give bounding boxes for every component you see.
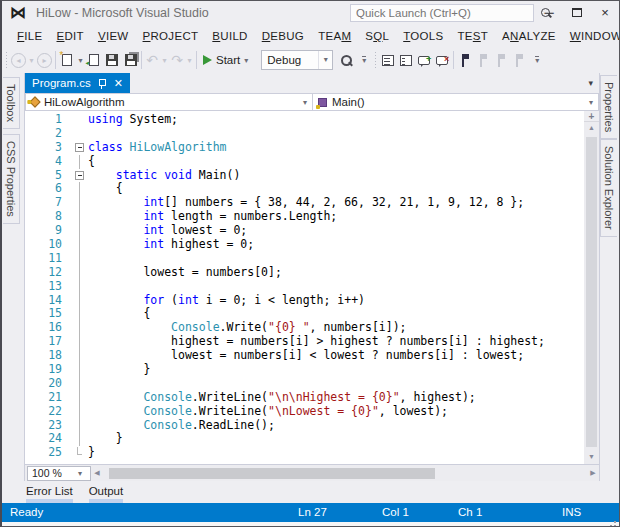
splitter-handle[interactable]: + bbox=[584, 111, 599, 122]
toolbar-options-icon[interactable]: ▾ bbox=[528, 49, 546, 71]
code-editor[interactable]: 1using System;23class HiLowAlgorithm4{5 … bbox=[25, 111, 584, 464]
new-file-dropdown-icon[interactable]: ▾ bbox=[76, 49, 85, 71]
toolbar-overflow-icon[interactable]: ▾ bbox=[355, 49, 373, 71]
line-number[interactable]: 22 bbox=[25, 405, 71, 419]
line-number[interactable]: 20 bbox=[25, 377, 71, 391]
fold-collapse-icon[interactable] bbox=[71, 141, 88, 155]
type-dropdown[interactable]: HiLowAlgorithm ▾ bbox=[26, 94, 313, 110]
pin-icon[interactable] bbox=[98, 78, 107, 89]
fold-margin bbox=[71, 280, 88, 294]
panel-tab-error-list[interactable]: Error List bbox=[26, 485, 73, 499]
tab-list-dropdown-icon[interactable]: ▾ bbox=[588, 78, 593, 88]
line-number[interactable]: 9 bbox=[25, 224, 71, 238]
save-all-icon[interactable] bbox=[121, 49, 139, 71]
next-bookmark-icon[interactable] bbox=[492, 49, 510, 71]
menu-item-view[interactable]: VIEW bbox=[91, 27, 136, 45]
menu-item-debug[interactable]: DEBUG bbox=[255, 27, 311, 45]
line-number[interactable]: 3 bbox=[25, 141, 71, 155]
menu-item-team[interactable]: TEAM bbox=[311, 27, 358, 45]
toggle-bookmark-icon[interactable] bbox=[456, 49, 474, 71]
line-number[interactable]: 18 bbox=[25, 349, 71, 363]
line-number[interactable]: 5 bbox=[25, 169, 71, 183]
previous-bookmark-icon[interactable] bbox=[474, 49, 492, 71]
scrollbar-thumb[interactable] bbox=[109, 468, 435, 479]
line-number[interactable]: 8 bbox=[25, 210, 71, 224]
save-icon[interactable] bbox=[103, 49, 121, 71]
title-bar: ⋈ HiLow - Microsoft Visual Studio ─ × bbox=[2, 1, 619, 25]
zoom-combobox[interactable]: 100 % ▾ bbox=[27, 466, 91, 481]
redo-icon: ↷ bbox=[169, 49, 185, 71]
code-line: 3class HiLowAlgorithm bbox=[25, 141, 584, 155]
code-line: 1using System; bbox=[25, 113, 584, 127]
line-number[interactable]: 21 bbox=[25, 391, 71, 405]
quick-launch-input[interactable] bbox=[350, 4, 534, 22]
find-in-files-icon[interactable] bbox=[337, 49, 355, 71]
menu-item-analyze[interactable]: ANALYZE bbox=[495, 27, 563, 45]
scroll-left-icon[interactable]: ◀ bbox=[91, 469, 103, 477]
panel-tab-solution-explorer[interactable]: Solution Explorer bbox=[600, 139, 617, 237]
line-number[interactable]: 7 bbox=[25, 196, 71, 210]
chevron-down-icon[interactable]: ▾ bbox=[589, 98, 593, 107]
scrollbar-thumb[interactable] bbox=[586, 137, 597, 447]
add-comment-icon[interactable]: + bbox=[415, 49, 433, 71]
delete-comment-icon[interactable]: × bbox=[433, 49, 451, 71]
new-file-icon[interactable] bbox=[58, 49, 76, 71]
start-button[interactable]: Start▾ bbox=[199, 49, 257, 71]
line-number[interactable]: 13 bbox=[25, 280, 71, 294]
line-number[interactable]: 4 bbox=[25, 155, 71, 169]
tab-program-cs[interactable]: Program.cs ✕ bbox=[25, 73, 130, 93]
panel-tab-css-properties[interactable]: CSS Properties bbox=[3, 134, 20, 224]
panel-tab-output[interactable]: Output bbox=[89, 485, 124, 499]
menu-item-project[interactable]: PROJECT bbox=[136, 27, 206, 45]
line-number[interactable]: 14 bbox=[25, 294, 71, 308]
line-number[interactable]: 11 bbox=[25, 252, 71, 266]
chevron-down-icon[interactable]: ▾ bbox=[78, 469, 86, 478]
fold-margin bbox=[71, 419, 88, 433]
clear-bookmarks-icon[interactable] bbox=[510, 49, 528, 71]
menu-item-tools[interactable]: TOOLS bbox=[396, 27, 450, 45]
add-item-icon[interactable] bbox=[85, 49, 103, 71]
debug-target-combobox[interactable]: Debug▾ bbox=[261, 50, 333, 70]
panel-tab-toolbox[interactable]: Toolbox bbox=[3, 77, 20, 129]
line-number[interactable]: 17 bbox=[25, 335, 71, 349]
code-line: 13 bbox=[25, 280, 584, 294]
line-number[interactable]: 1 bbox=[25, 113, 71, 127]
line-number[interactable]: 23 bbox=[25, 419, 71, 433]
close-tab-icon[interactable]: ✕ bbox=[114, 78, 123, 89]
minimize-button[interactable]: ─ bbox=[541, 5, 557, 21]
comment-out-icon[interactable] bbox=[379, 49, 397, 71]
line-number[interactable]: 25 bbox=[25, 446, 71, 460]
vertical-scrollbar[interactable]: + ▲ ▼ bbox=[584, 111, 599, 464]
line-number[interactable]: 15 bbox=[25, 307, 71, 321]
menu-item-edit[interactable]: EDIT bbox=[50, 27, 91, 45]
menu-item-sql[interactable]: SQL bbox=[358, 27, 396, 45]
menu-item-window[interactable]: WINDOW bbox=[563, 27, 620, 45]
fold-margin bbox=[71, 377, 88, 391]
line-number[interactable]: 16 bbox=[25, 321, 71, 335]
menu-item-test[interactable]: TEST bbox=[451, 27, 496, 45]
scroll-right-icon[interactable]: ▶ bbox=[587, 469, 599, 477]
menu-item-build[interactable]: BUILD bbox=[205, 27, 254, 45]
line-number[interactable]: 24 bbox=[25, 432, 71, 446]
chevron-down-icon[interactable]: ▾ bbox=[303, 98, 307, 107]
horizontal-scrollbar[interactable] bbox=[105, 468, 585, 479]
uncomment-icon[interactable] bbox=[397, 49, 415, 71]
resize-grip[interactable] bbox=[606, 517, 616, 527]
menu-item-file[interactable]: FILE bbox=[10, 27, 50, 45]
line-number[interactable]: 2 bbox=[25, 127, 71, 141]
maximize-button[interactable] bbox=[569, 5, 585, 21]
scroll-down-icon[interactable]: ▼ bbox=[584, 451, 599, 462]
fold-collapse-icon[interactable] bbox=[71, 169, 88, 183]
line-number[interactable]: 6 bbox=[25, 182, 71, 196]
window-bottom-edge bbox=[2, 522, 619, 527]
code-line: 12 lowest = numbers[0]; bbox=[25, 266, 584, 280]
line-number[interactable]: 12 bbox=[25, 266, 71, 280]
line-number[interactable]: 10 bbox=[25, 238, 71, 252]
fold-margin bbox=[71, 307, 88, 321]
close-button[interactable]: × bbox=[597, 5, 613, 21]
line-number[interactable]: 19 bbox=[25, 363, 71, 377]
scroll-up-icon[interactable]: ▲ bbox=[584, 122, 599, 133]
member-dropdown[interactable]: Main() ▾ bbox=[313, 94, 598, 110]
panel-tab-properties[interactable]: Properties bbox=[600, 75, 617, 139]
code-line: 8 int length = numbers.Length; bbox=[25, 210, 584, 224]
